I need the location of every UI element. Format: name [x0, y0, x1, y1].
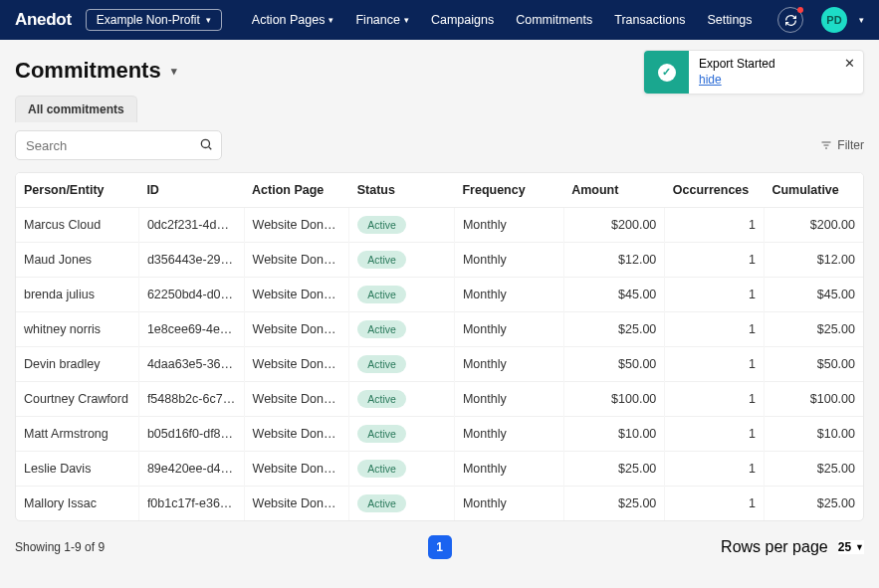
cell-action-page: Website Donation ...	[244, 208, 349, 243]
cell-status: Active	[349, 487, 455, 521]
table-row[interactable]: whitney norris1e8cee69-4ef1-4...Website …	[16, 312, 863, 347]
tab-all-commitments[interactable]: All commitments	[15, 96, 137, 122]
filter-label: Filter	[837, 138, 864, 152]
filter-button[interactable]: Filter	[820, 138, 864, 152]
cell-action-page: Website Donation ...	[244, 452, 349, 487]
cell-occurrences: 1	[665, 243, 765, 278]
cell-id: f5488b2c-6c70-4...	[138, 382, 244, 417]
nav-campaigns[interactable]: Campaigns	[431, 13, 494, 27]
cell-id: b05d16f0-df87-4...	[138, 417, 244, 452]
cell-amount: $100.00	[563, 382, 665, 417]
check-circle-icon: ✓	[658, 64, 676, 82]
cell-status: Active	[349, 382, 455, 417]
col-occurrences[interactable]: Occurrences	[665, 173, 765, 208]
cell-person: Mallory Issac	[16, 487, 138, 521]
caret-down-icon: ▼	[855, 542, 864, 552]
status-badge: Active	[357, 320, 406, 338]
toast-body: Export Started hide	[689, 51, 863, 94]
cell-frequency: Monthly	[454, 208, 563, 243]
cell-id: 89e420ee-d4e6-...	[138, 452, 244, 487]
org-selector-label: Example Non-Profit	[97, 13, 200, 27]
toast-close-button[interactable]: ✕	[844, 56, 855, 71]
nav-items: Action Pages ▾ Finance ▾ Campaigns Commi…	[252, 13, 753, 27]
cell-amount: $12.00	[563, 243, 665, 278]
table-row[interactable]: brenda julius62250bd4-d060-...Website Do…	[16, 278, 863, 312]
cell-id: 0dc2f231-4d5d-...	[138, 208, 244, 243]
col-id[interactable]: ID	[138, 173, 244, 208]
table-row[interactable]: Devin bradley4daa63e5-363e-...Website Do…	[16, 347, 863, 382]
user-menu-caret[interactable]: ▾	[859, 15, 864, 25]
table-row[interactable]: Marcus Cloud0dc2f231-4d5d-...Website Don…	[16, 208, 863, 243]
search-input[interactable]	[15, 130, 222, 160]
cell-person: Devin bradley	[16, 347, 138, 382]
cell-occurrences: 1	[665, 417, 765, 452]
top-nav: Anedot Example Non-Profit ▾ Action Pages…	[0, 0, 879, 40]
table-row[interactable]: Mallory Issacf0b1c17f-e36e-4...Website D…	[16, 487, 863, 521]
rows-per-page-value: 25	[838, 540, 851, 554]
cell-status: Active	[349, 452, 455, 487]
pager: 1	[428, 535, 452, 559]
brand-logo: Anedot	[15, 10, 72, 30]
page-button-1[interactable]: 1	[428, 535, 452, 559]
rows-per-page: Rows per page 25 ▼	[721, 538, 864, 556]
cell-status: Active	[349, 312, 455, 347]
cell-cumulative: $10.00	[764, 417, 863, 452]
cell-frequency: Monthly	[454, 382, 563, 417]
cell-status: Active	[349, 278, 455, 312]
col-cumulative[interactable]: Cumulative	[764, 173, 863, 208]
cell-action-page: Website Donation ...	[244, 243, 349, 278]
page-title[interactable]: Commitments ▾	[15, 58, 177, 84]
sync-button[interactable]	[777, 7, 803, 33]
chevron-down-icon: ▾	[329, 15, 333, 25]
search-box	[15, 130, 222, 160]
col-action-page[interactable]: Action Page	[244, 173, 349, 208]
cell-frequency: Monthly	[454, 487, 563, 521]
status-badge: Active	[357, 460, 406, 478]
table-row[interactable]: Leslie Davis89e420ee-d4e6-...Website Don…	[16, 452, 863, 487]
cell-occurrences: 1	[665, 487, 765, 521]
org-selector[interactable]: Example Non-Profit ▾	[86, 9, 222, 31]
user-avatar[interactable]: PD	[821, 7, 847, 33]
cell-cumulative: $25.00	[764, 487, 863, 521]
rows-per-page-select[interactable]: 25 ▼	[838, 540, 864, 554]
cell-occurrences: 1	[665, 452, 765, 487]
nav-transactions[interactable]: Transactions	[614, 13, 685, 27]
refresh-icon	[784, 14, 797, 27]
cell-occurrences: 1	[665, 208, 765, 243]
cell-amount: $50.00	[563, 347, 665, 382]
rows-per-page-label: Rows per page	[721, 538, 828, 556]
export-toast: ✓ Export Started hide ✕	[643, 50, 864, 95]
col-status[interactable]: Status	[349, 173, 455, 208]
cell-id: f0b1c17f-e36e-4...	[138, 487, 244, 521]
nav-commitments[interactable]: Commitments	[516, 13, 592, 27]
cell-id: 4daa63e5-363e-...	[138, 347, 244, 382]
cell-cumulative: $50.00	[764, 347, 863, 382]
col-frequency[interactable]: Frequency	[454, 173, 563, 208]
showing-text: Showing 1-9 of 9	[15, 540, 105, 554]
cell-person: Matt Armstrong	[16, 417, 138, 452]
table-header-row: Person/Entity ID Action Page Status Freq…	[16, 173, 863, 208]
cell-action-page: Website Donation ...	[244, 347, 349, 382]
table-row[interactable]: Matt Armstrongb05d16f0-df87-4...Website …	[16, 417, 863, 452]
cell-amount: $25.00	[563, 452, 665, 487]
nav-action-pages[interactable]: Action Pages ▾	[252, 13, 334, 27]
cell-action-page: Website Donation ...	[244, 382, 349, 417]
cell-cumulative: $25.00	[764, 452, 863, 487]
search-icon[interactable]	[199, 137, 213, 155]
status-badge: Active	[357, 494, 406, 512]
table-row[interactable]: Maud Jonesd356443e-29a3-...Website Donat…	[16, 243, 863, 278]
cell-status: Active	[349, 208, 455, 243]
cell-frequency: Monthly	[454, 452, 563, 487]
status-badge: Active	[357, 390, 406, 408]
nav-finance[interactable]: Finance ▾	[355, 13, 408, 27]
cell-occurrences: 1	[665, 382, 765, 417]
chevron-down-icon: ▾	[404, 15, 409, 25]
col-person[interactable]: Person/Entity	[16, 173, 138, 208]
table-row[interactable]: Courtney Crawfordf5488b2c-6c70-4...Websi…	[16, 382, 863, 417]
nav-settings[interactable]: Settings	[707, 13, 752, 27]
cell-amount: $25.00	[563, 487, 665, 521]
col-amount[interactable]: Amount	[563, 173, 665, 208]
toast-hide-link[interactable]: hide	[699, 73, 722, 87]
cell-amount: $25.00	[563, 312, 665, 347]
cell-action-page: Website Donation ...	[244, 487, 349, 521]
